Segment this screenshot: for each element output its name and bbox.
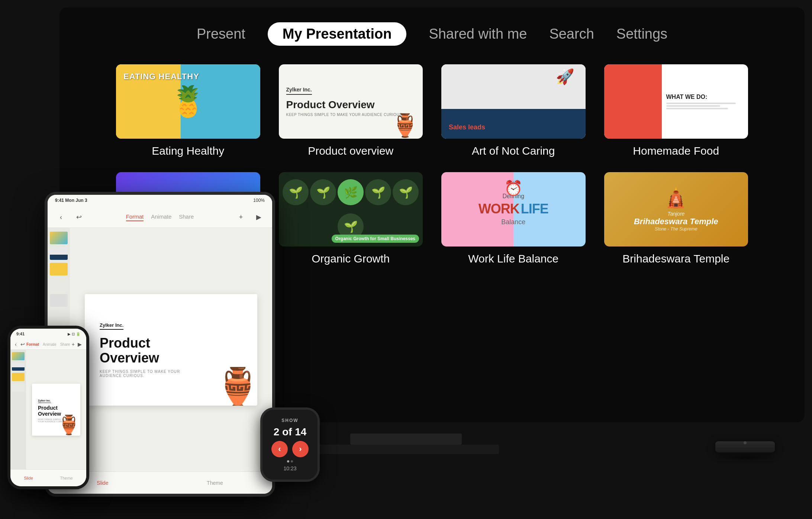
- iphone-toolbar: ‹ ↩ Format Animate Share + ▶: [10, 339, 86, 350]
- presentation-item-product[interactable]: Zylker Inc. Product Overview KEEP THINGS…: [279, 64, 423, 157]
- iphone-thumb-4[interactable]: [12, 383, 25, 391]
- appletv-led: [744, 441, 747, 444]
- iphone-vase-icon: 🏺: [57, 414, 80, 436]
- food-red-bg: [604, 64, 662, 139]
- ipad-slide-brand: Zylker Inc.: [100, 322, 123, 330]
- worklife-balance: Balance: [501, 218, 525, 226]
- ipad-play-btn[interactable]: ▶: [253, 211, 265, 223]
- ipad-slide: Zylker Inc. Product Overview KEEP THINGS…: [85, 294, 257, 406]
- presentation-item-food[interactable]: WHAT WE DO: Homemade Food: [604, 64, 748, 157]
- nav-item-settings[interactable]: Settings: [616, 26, 667, 42]
- ipad-back-btn[interactable]: ‹: [55, 211, 67, 223]
- iphone-screen: 9:41 ▶ ⊡ 🔋 ‹ ↩ Format Animate Share + ▶: [10, 329, 86, 486]
- ipad-thumb-4[interactable]: [50, 278, 68, 291]
- watch-prev-btn[interactable]: ‹: [271, 441, 288, 457]
- iphone-sidebar: [10, 350, 26, 469]
- plant-3: 🌿: [338, 179, 364, 205]
- presentation-item-art[interactable]: Sales leads 🚀 Art of Not Caring: [441, 64, 586, 157]
- watch-next-btn[interactable]: ›: [292, 441, 309, 457]
- food-line-3: [666, 108, 728, 109]
- nav-item-my-presentation[interactable]: My Presentation: [268, 22, 407, 46]
- watch-slide-info: 2 of 14: [274, 426, 307, 438]
- clock-icon: ⏰: [504, 180, 523, 197]
- presentation-item-temple[interactable]: 🛕 Tanjore Brihadeswara Temple Stone - Th…: [604, 172, 748, 265]
- plant-5: 🌱: [393, 179, 419, 205]
- iphone-main: Zylker Inc. Product Overview KEEP THINGS…: [26, 350, 86, 469]
- iphone-tab-share[interactable]: Share: [60, 342, 70, 346]
- ipad-thumb-1[interactable]: [50, 232, 68, 244]
- iphone-thumb-1[interactable]: [12, 352, 25, 360]
- ipad-toolbar-right: + ▶: [235, 211, 265, 223]
- vase-icon: 🏺: [391, 112, 419, 139]
- scene: Present My Presentation Shared with me S…: [0, 0, 812, 519]
- iphone-tab-format[interactable]: Format: [26, 342, 39, 346]
- iphone-toolbar-left: ‹ ↩: [15, 341, 25, 347]
- watch-dots: [287, 460, 293, 462]
- thumbnail-worklife: ⏰ Defining WORK LIFE Balance: [441, 172, 586, 246]
- thumbnail-food: WHAT WE DO:: [604, 64, 748, 139]
- iphone-undo-btn[interactable]: ↩: [20, 341, 25, 347]
- presentation-item-eating[interactable]: EATING HEALTHY 🍍 Eating Healthy: [116, 64, 260, 157]
- ipad-thumb-3[interactable]: [50, 263, 68, 275]
- iphone-back-btn[interactable]: ‹: [15, 341, 17, 347]
- iphone-statusbar: 9:41 ▶ ⊡ 🔋: [10, 329, 86, 339]
- iphone-thumb-2[interactable]: [12, 362, 25, 371]
- ipad-bottom-tab-theme[interactable]: Theme: [207, 480, 223, 486]
- temple-name: Brihadeswara Temple: [634, 217, 718, 226]
- ipad-tab-format[interactable]: Format: [126, 213, 144, 221]
- iphone-slide: Zylker Inc. Product Overview KEEP THINGS…: [32, 384, 80, 436]
- ipad-tab-animate[interactable]: Animate: [151, 213, 171, 221]
- watch-dot-1: [287, 460, 289, 462]
- presentation-item-organic[interactable]: 🌱 🌱 🌿 🌱 🌱 🌱 Organic Growth for Small Bus…: [279, 172, 423, 265]
- watch-screen: SHOW 2 of 14 ‹ › 10:23: [262, 410, 318, 480]
- iphone-bottom: Slide Theme: [10, 469, 86, 486]
- appletv-box: [708, 437, 782, 482]
- ipad-vase-icon: 🏺: [215, 365, 257, 406]
- worklife-content: Defining WORK LIFE Balance: [478, 193, 548, 226]
- iphone-add-btn[interactable]: +: [72, 341, 75, 347]
- ipad-tab-share[interactable]: Share: [179, 213, 194, 221]
- art-figure-icon: 🚀: [556, 68, 574, 86]
- tv-navigation: Present My Presentation Shared with me S…: [197, 22, 667, 46]
- ipad-thumb-5[interactable]: [50, 294, 68, 307]
- worklife-label: Work Life Balance: [468, 252, 558, 265]
- iphone-bottom-theme[interactable]: Theme: [60, 476, 72, 480]
- iphone-thumb-3[interactable]: [12, 373, 25, 381]
- iphone-toolbar-center: Format Animate Share: [26, 342, 70, 346]
- iphone-bottom-slide[interactable]: Slide: [24, 476, 33, 480]
- ipad-slide-text: Zylker Inc. Product Overview KEEP THINGS…: [100, 322, 185, 378]
- presentation-item-worklife[interactable]: ⏰ Defining WORK LIFE Balance Work Life B…: [441, 172, 586, 265]
- iphone-status-icons: ▶ ⊡ 🔋: [68, 332, 80, 336]
- nav-item-search[interactable]: Search: [549, 26, 594, 42]
- ipad-slide-subtitle: KEEP THINGS SIMPLE TO MAKE YOUR AUDIENCE…: [100, 370, 185, 378]
- temple-sub: Stone - The Supreme: [655, 226, 697, 232]
- product-label: Product overview: [308, 145, 393, 157]
- iphone-tab-animate[interactable]: Animate: [43, 342, 57, 346]
- thumbnail-eating: EATING HEALTHY 🍍: [116, 64, 260, 139]
- ipad-battery: 100%: [253, 198, 265, 203]
- thumbnail-temple: 🛕 Tanjore Brihadeswara Temple Stone - Th…: [604, 172, 748, 246]
- thumbnail-organic: 🌱 🌱 🌿 🌱 🌱 🌱 Organic Growth for Small Bus…: [279, 172, 423, 246]
- temple-icon: 🛕: [664, 187, 687, 209]
- plant-4: 🌱: [365, 179, 391, 205]
- product-title: Product Overview: [286, 99, 416, 111]
- food-line-1: [666, 103, 736, 104]
- ipad-toolbar-left: ‹ ↩: [55, 211, 85, 223]
- watch-time: 10:23: [283, 465, 296, 471]
- ipad-thumb-2[interactable]: [50, 247, 68, 260]
- nav-item-present[interactable]: Present: [197, 26, 245, 42]
- ipad-toolbar-center: Format Animate Share: [126, 213, 194, 221]
- ipad-add-btn[interactable]: +: [235, 211, 247, 223]
- product-brand: Zylker Inc.: [286, 87, 312, 95]
- iphone-play-btn[interactable]: ▶: [78, 341, 82, 347]
- organic-label: Organic Growth: [312, 252, 390, 265]
- nav-item-shared-with-me[interactable]: Shared with me: [429, 26, 527, 42]
- temple-title: Tanjore: [667, 211, 684, 217]
- tv-stand: [350, 433, 462, 445]
- iphone-content: Zylker Inc. Product Overview KEEP THINGS…: [10, 350, 86, 469]
- ipad-bottom-tab-slide[interactable]: Slide: [97, 480, 108, 486]
- ipad-undo-btn[interactable]: ↩: [73, 211, 85, 223]
- iphone-time: 9:41: [16, 332, 25, 336]
- watch-show-label: SHOW: [281, 418, 298, 423]
- plant-1: 🌱: [283, 179, 309, 205]
